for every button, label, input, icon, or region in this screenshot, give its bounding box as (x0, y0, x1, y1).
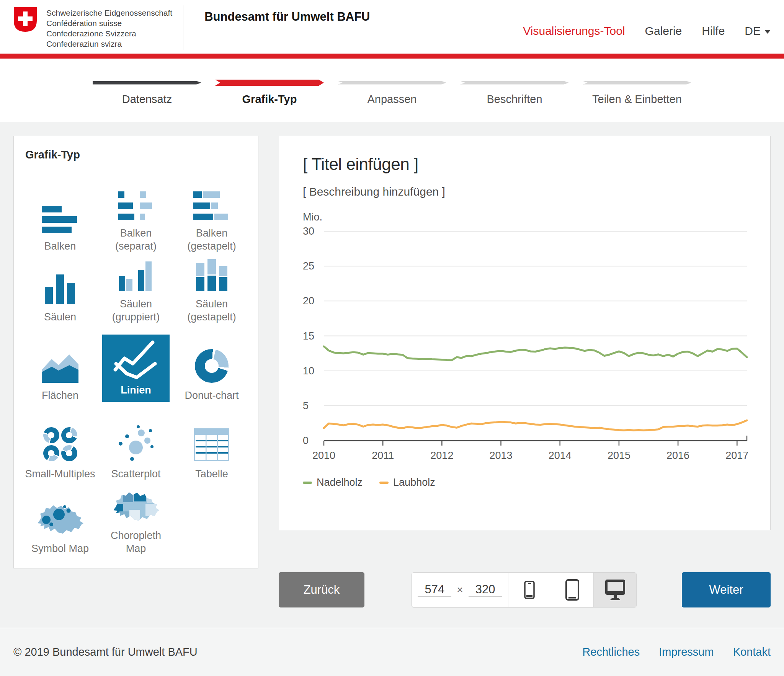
footer-link-rechtliches[interactable]: Rechtliches (582, 646, 640, 658)
svg-text:2011: 2011 (372, 450, 394, 461)
device-tablet-button[interactable] (551, 573, 594, 607)
device-mobile-button[interactable] (508, 573, 551, 607)
mini-donut-icon (43, 427, 59, 443)
footer-link-impressum[interactable]: Impressum (659, 646, 714, 658)
mini-donut-icon (43, 445, 59, 461)
device-desktop-button[interactable] (594, 573, 636, 607)
legend-swatch-green (303, 482, 312, 484)
bar-chart-separate-icon (118, 191, 154, 220)
org-line: Schweizerische Eidgenossenschaft (46, 8, 172, 18)
swiss-confederation-logo: Schweizerische Eidgenossenschaft Confédé… (13, 0, 172, 54)
grid-spacer (174, 480, 250, 555)
desktop-monitor-icon (604, 579, 626, 601)
chart-type-panel-title: Grafik-Typ (14, 136, 258, 172)
chart-type-saeulen-gestapelt[interactable]: Säulen (gestapelt) (174, 253, 250, 323)
legend-item-laubholz: Laubholz (379, 477, 435, 488)
table-icon (194, 428, 229, 461)
height-input[interactable] (469, 583, 502, 597)
symbol-map-icon (36, 502, 84, 536)
chart-type-label: Balken (separat) (98, 227, 174, 253)
step-bar (215, 80, 324, 86)
chevron-down-icon (764, 30, 771, 34)
chart-type-balken-separat[interactable]: Balken (separat) (98, 172, 174, 253)
small-multiples-icon (43, 427, 77, 461)
chart-type-saeulen-gruppiert[interactable]: Säulen (gruppiert) (98, 253, 174, 323)
chart-type-grid: Balken Balken (separat) (14, 172, 258, 555)
column-chart-stacked-icon (196, 259, 227, 291)
choropleth-map-icon (112, 489, 160, 523)
legend-label: Nadelholz (317, 477, 363, 488)
chart-type-label: Symbol Map (29, 542, 91, 555)
footer-links: Rechtliches Impressum Kontakt (582, 646, 771, 658)
chart-type-label: Linien (118, 384, 154, 397)
chart-type-scatterplot[interactable]: Scatterplot (98, 402, 174, 480)
step-datensatz[interactable]: Datensatz (93, 80, 201, 122)
language-label: DE (745, 24, 761, 37)
svg-text:30: 30 (303, 225, 314, 237)
chart-plot-area: 0510152025302010201120122013201420152016… (303, 225, 751, 475)
chart-type-small-multiples[interactable]: Small-Multiples (22, 402, 98, 480)
line-chart-icon (113, 340, 159, 380)
nav-hilfe[interactable]: Hilfe (702, 24, 725, 38)
chart-type-label: Tabelle (193, 467, 230, 480)
main-content: Grafik-Typ Balken (0, 122, 784, 628)
chart-type-donut[interactable]: Donut-chart (174, 323, 250, 402)
step-teilen-einbetten[interactable]: Teilen & Einbetten (583, 80, 691, 122)
footer-link-kontakt[interactable]: Kontakt (733, 646, 771, 658)
area-chart-icon (42, 354, 78, 383)
chart-type-label: Balken (42, 240, 78, 253)
step-label: Datensatz (122, 93, 172, 106)
chart-type-balken-gestapelt[interactable]: Balken (gestapelt) (174, 172, 250, 253)
step-beschriften[interactable]: Beschriften (460, 80, 569, 122)
svg-text:5: 5 (303, 400, 309, 411)
chart-type-choropleth-map[interactable]: Choropleth Map (98, 480, 174, 555)
chart-type-label: Balken (gestapelt) (174, 227, 250, 253)
size-inputs: × (412, 573, 508, 607)
svg-text:2015: 2015 (608, 450, 630, 461)
legend-item-nadelholz: Nadelholz (303, 477, 363, 488)
header-red-rule (0, 54, 784, 59)
svg-text:0: 0 (303, 435, 309, 446)
step-label: Beschriften (487, 93, 542, 106)
chart-type-label: Choropleth Map (98, 529, 174, 555)
chart-type-symbol-map[interactable]: Symbol Map (22, 480, 98, 555)
header-nav: Visualisierungs-Tool Galerie Hilfe DE (523, 0, 771, 54)
svg-text:2016: 2016 (666, 450, 689, 461)
step-bar (583, 81, 691, 85)
smartphone-icon (524, 581, 535, 599)
bar-chart-icon (42, 206, 78, 233)
chart-description-placeholder: [ Beschreibung hinzufügen ] (303, 185, 751, 198)
svg-text:2012: 2012 (430, 450, 453, 461)
svg-text:15: 15 (303, 330, 314, 342)
next-button[interactable]: Weiter (682, 572, 771, 607)
line-chart-svg: 0510152025302010201120122013201420152016… (303, 225, 752, 474)
chart-type-saeulen[interactable]: Säulen (22, 253, 98, 323)
step-bar (460, 81, 569, 85)
wizard-steps: Datensatz Grafik-Typ Anpassen Beschrifte… (0, 59, 784, 122)
step-label: Grafik-Typ (242, 93, 297, 106)
preview-column: [ Titel einfügen ] [ Beschreibung hinzuf… (279, 136, 771, 628)
back-button[interactable]: Zurück (279, 572, 364, 607)
chart-type-label: Donut-chart (182, 389, 241, 402)
chart-type-balken[interactable]: Balken (22, 172, 98, 253)
bar-chart-stacked-icon (193, 191, 230, 220)
language-selector[interactable]: DE (745, 24, 771, 38)
nav-visualisierungs-tool[interactable]: Visualisierungs-Tool (523, 24, 625, 38)
org-line: Confédération suisse (46, 18, 172, 28)
chart-type-linien-selected[interactable]: Linien (98, 323, 174, 402)
column-chart-icon (45, 274, 75, 304)
chart-type-flaechen[interactable]: Flächen (22, 323, 98, 402)
chart-type-tabelle[interactable]: Tabelle (174, 402, 250, 480)
scatterplot-icon (117, 425, 155, 461)
step-anpassen[interactable]: Anpassen (338, 80, 446, 122)
donut-chart-icon (195, 349, 229, 383)
copyright-text: © 2019 Bundesamt für Umwelt BAFU (13, 646, 198, 658)
svg-text:10: 10 (303, 365, 314, 377)
nav-galerie[interactable]: Galerie (645, 24, 682, 38)
width-input[interactable] (418, 583, 451, 597)
page-footer: © 2019 Bundesamt für Umwelt BAFU Rechtli… (0, 628, 784, 676)
step-grafik-typ[interactable]: Grafik-Typ (215, 80, 324, 122)
legend-swatch-orange (379, 482, 389, 484)
svg-text:20: 20 (303, 295, 314, 307)
step-label: Anpassen (368, 93, 417, 106)
